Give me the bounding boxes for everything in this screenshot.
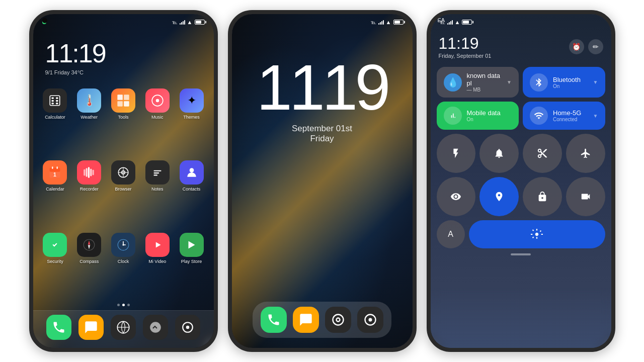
dock-cam[interactable] xyxy=(175,315,200,340)
svg-rect-3 xyxy=(52,100,54,102)
cc-wifi-tile-text: Home-5G Connected xyxy=(553,109,588,122)
svg-rect-15 xyxy=(52,167,53,169)
cc-data-sub: — MB xyxy=(467,87,502,93)
home-content: 11:19 9/1 Friday 34°C Calculator 🌡️ Weat… xyxy=(33,14,214,348)
svg-point-48 xyxy=(337,318,340,322)
cc-flashlight-tile[interactable] xyxy=(437,134,476,173)
app-playstore[interactable]: Play Store xyxy=(176,230,208,300)
cc-location-tile[interactable] xyxy=(479,177,519,216)
cc-alarm-icon[interactable]: ⏰ xyxy=(569,39,584,54)
contacts-icon-img xyxy=(180,160,204,185)
lock-dock-browser[interactable] xyxy=(325,307,351,333)
compass-label: Compass xyxy=(79,259,99,264)
cc-scissors-tile[interactable] xyxy=(523,134,562,173)
tools-icon-img xyxy=(111,88,135,113)
svg-text:1: 1 xyxy=(53,171,56,177)
app-contacts[interactable]: Contacts xyxy=(176,157,208,227)
cc-header: 11:19 Friday, September 01 ⏰ ✏ xyxy=(431,30,611,63)
cc-wifi-tile[interactable]: Home-5G Connected ▼ xyxy=(523,102,605,130)
contacts-label: Contacts xyxy=(183,187,201,192)
cc-bt-title: Bluetooth xyxy=(553,76,588,83)
svg-rect-22 xyxy=(93,170,94,175)
cc-wifi-tile-icon xyxy=(530,107,548,125)
svg-rect-30 xyxy=(153,175,157,176)
app-calendar[interactable]: 1 Calendar xyxy=(39,157,71,227)
lock-min: 19 xyxy=(322,55,387,120)
recorder-icon-img xyxy=(77,160,101,185)
lock-hour: 11 xyxy=(257,55,322,120)
app-calculator[interactable]: Calculator xyxy=(39,85,71,155)
cc-eye-tile[interactable] xyxy=(437,177,476,216)
cc-bt-tile-icon xyxy=(530,73,548,92)
svg-rect-8 xyxy=(124,95,129,100)
cc-tile-row-1: 💧 known data pl — MB ▼ Bluetooth On xyxy=(437,67,605,98)
battery-icon xyxy=(195,20,205,25)
cc-time-date: 11:19 Friday, September 01 xyxy=(439,34,492,59)
dock-app4[interactable] xyxy=(143,315,168,340)
lock-dock-phone[interactable] xyxy=(261,307,287,333)
cc-airplane-tile[interactable] xyxy=(566,134,605,173)
app-grid: Calculator 🌡️ Weather Tools Music ✦ T xyxy=(33,85,214,300)
svg-rect-20 xyxy=(88,167,90,178)
lock-bt-icon: ℡ xyxy=(371,20,376,25)
app-notes[interactable]: Notes xyxy=(141,157,174,227)
notes-label: Notes xyxy=(151,187,164,192)
app-themes[interactable]: ✦ Themes xyxy=(176,85,208,155)
app-security[interactable]: Security xyxy=(39,230,71,300)
compass-icon-img xyxy=(77,233,101,257)
app-mivideo[interactable]: Mi Video xyxy=(141,230,174,300)
cc-bluetooth-tile[interactable]: Bluetooth On ▼ xyxy=(523,67,605,98)
svg-rect-29 xyxy=(153,172,159,173)
mivideo-label: Mi Video xyxy=(148,259,166,264)
cc-mobile-tile[interactable]: Mobile data On xyxy=(437,102,519,130)
cc-brightness-slider[interactable] xyxy=(469,220,605,248)
app-music[interactable]: Music xyxy=(141,85,174,155)
status-bar: ℡ ▲ xyxy=(33,14,214,30)
lock-dock-messages[interactable] xyxy=(293,307,319,333)
security-icon-img xyxy=(43,233,67,257)
svg-point-46 xyxy=(186,326,189,329)
mivideo-icon-img xyxy=(145,233,170,257)
home-date: 9/1 Friday 34°C xyxy=(33,69,214,85)
cc-bell-tile[interactable] xyxy=(479,134,519,173)
svg-rect-21 xyxy=(90,169,92,176)
cc-auto-brightness-btn[interactable]: A xyxy=(437,220,465,248)
dock-maps[interactable] xyxy=(111,315,136,340)
cc-mobile-tile-text: Mobile data On xyxy=(467,109,512,122)
cc-video-tile[interactable] xyxy=(566,177,605,216)
home-time: 11:19 xyxy=(33,30,214,69)
svg-rect-0 xyxy=(50,96,60,106)
cc-small-tiles-2 xyxy=(431,173,611,216)
dock-phone[interactable] xyxy=(46,315,71,340)
lock-dock-cam[interactable] xyxy=(357,307,383,333)
cc-edit-icon[interactable]: ✏ xyxy=(588,39,603,54)
cc-brightness-row: A xyxy=(431,216,611,248)
cc-battery-icon xyxy=(462,20,472,25)
cc-wifi-sub: Connected xyxy=(553,117,588,122)
dot-1 xyxy=(117,304,120,306)
app-compass[interactable]: Compass xyxy=(73,230,105,300)
cc-lock-tile[interactable] xyxy=(523,177,562,216)
browser-label: Browser xyxy=(115,187,131,192)
svg-rect-28 xyxy=(153,170,161,171)
cc-data-tile-text: known data pl — MB xyxy=(467,72,502,93)
app-browser[interactable]: Browser xyxy=(107,157,139,227)
lock-wifi-icon: ▲ xyxy=(386,19,391,25)
cc-blurred-bottom xyxy=(431,288,611,348)
cc-signal-icon xyxy=(447,20,453,25)
app-recorder[interactable]: Recorder xyxy=(73,157,105,227)
app-weather[interactable]: 🌡️ Weather xyxy=(73,85,105,155)
app-tools[interactable]: Tools xyxy=(107,85,139,155)
cc-bt-arrow: ▼ xyxy=(593,79,598,85)
lock-status-right: ℡ ▲ xyxy=(371,19,404,25)
cc-wifi-title: Home-5G xyxy=(553,109,588,117)
status-bar-lock: ℡ ▲ xyxy=(232,14,413,30)
dock-messages[interactable] xyxy=(78,315,104,340)
cc-data-tile[interactable]: 💧 known data pl — MB ▼ xyxy=(437,67,519,98)
bluetooth-icon: ℡ xyxy=(172,20,178,25)
notes-icon-img xyxy=(145,160,170,185)
weather-icon-img: 🌡️ xyxy=(77,88,101,113)
lock-date-line1: September 01st xyxy=(257,124,388,134)
calculator-icon-img xyxy=(43,88,67,113)
app-clock[interactable]: Clock xyxy=(107,230,139,300)
